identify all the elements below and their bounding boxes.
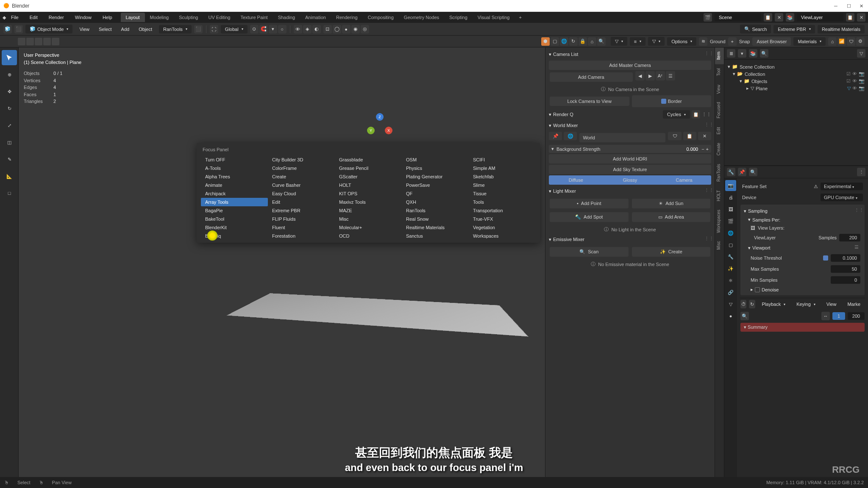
overlay-icon[interactable]: ◐	[312, 25, 321, 33]
focus-item-transportation[interactable]: Transportation	[469, 206, 536, 215]
header-menu-select[interactable]: Select	[95, 25, 116, 33]
focus-item-sanctus[interactable]: Sanctus	[402, 232, 469, 240]
focus-item-plating-generator[interactable]: Plating Generator	[402, 172, 469, 181]
denoise-toggle[interactable]: ▸	[751, 287, 753, 292]
snap-target-icon[interactable]: ▾	[269, 25, 277, 33]
prop-tab-viewlayer[interactable]: 🖼	[725, 204, 736, 215]
exclude-icon[interactable]: ☑	[846, 78, 851, 84]
menu-help[interactable]: Help	[98, 13, 117, 22]
window-maximize[interactable]: ☐	[847, 3, 852, 8]
vtab-view[interactable]: View	[715, 80, 724, 98]
focus-item-bagapie[interactable]: BagaPie	[201, 206, 268, 215]
shading-render-icon[interactable]: ◎	[361, 25, 369, 33]
focus-item-osm[interactable]: OSM	[402, 155, 469, 164]
summary-row[interactable]: ▾ Summary	[740, 323, 865, 332]
focus-item-city-builder-3d[interactable]: City Builder 3D	[268, 155, 335, 164]
drag-icon[interactable]: ⋮⋮	[704, 51, 711, 58]
view-dropdown[interactable]: ▽	[648, 37, 665, 46]
focus-item-edit[interactable]: Edit	[268, 198, 335, 206]
focus-item-simple-am[interactable]: Simple AM	[469, 164, 536, 172]
asset-browser-button[interactable]: Asset Browser	[752, 37, 791, 46]
focus-item-easy-cloud[interactable]: Easy Cloud	[268, 189, 335, 198]
focus-item-grassblade[interactable]: Grassblade	[335, 155, 402, 164]
tab-animation[interactable]: Animation	[300, 13, 331, 22]
focus-item-kit-ops[interactable]: KIT OPS	[335, 189, 402, 198]
tab-scripting[interactable]: Scripting	[444, 13, 473, 22]
extreme-pbr-dropdown[interactable]: Extreme PBR	[773, 25, 815, 33]
render-settings-icon[interactable]: 📋	[692, 110, 700, 119]
focus-item-extreme-pbr[interactable]: Extreme PBR	[268, 206, 335, 215]
add-camera-button[interactable]: Add Camera	[550, 72, 633, 82]
playback-menu[interactable]: Playback	[758, 300, 790, 308]
tool-scale[interactable]: ⤢	[2, 118, 17, 133]
exclude-icon[interactable]: ☑	[846, 71, 851, 77]
select-none-icon[interactable]	[26, 38, 34, 45]
tool-measure[interactable]: 📐	[2, 169, 17, 184]
focus-item-blenderkit[interactable]: BlenderKit	[201, 223, 268, 232]
timeline-editor-icon[interactable]: ⏱	[740, 300, 746, 308]
snap-icon[interactable]: 🧲	[259, 25, 268, 33]
overlay-search-icon[interactable]: 🔍	[597, 37, 606, 46]
rantools-menu[interactable]: RanTools	[159, 25, 192, 33]
drag-icon[interactable]: ⋮⋮	[702, 112, 711, 117]
frame-current[interactable]: 1	[832, 312, 845, 320]
overlay-sync-icon[interactable]: ↻	[569, 37, 578, 46]
prop-tab-modifier[interactable]: 🔧	[725, 251, 736, 262]
focus-item-gscatter[interactable]: GScatter	[335, 172, 402, 181]
axis-y[interactable]: Y	[367, 127, 375, 134]
min-samples-value[interactable]: 0	[831, 276, 860, 284]
header-menu-add[interactable]: Add	[117, 25, 134, 33]
add-area-button[interactable]: ▭Add Area	[632, 212, 711, 222]
render-engine-dropdown[interactable]: Cycles	[663, 110, 690, 119]
lightmixer-toggle[interactable]: ▾	[549, 189, 551, 194]
renderq-toggle[interactable]: ▾	[549, 112, 551, 117]
tab-modeling[interactable]: Modeling	[145, 13, 174, 22]
tool-rotate[interactable]: ↻	[2, 101, 17, 116]
vtab-edit[interactable]: Edit	[715, 123, 724, 139]
render-icon[interactable]: 📷	[859, 71, 865, 77]
scene-browse-icon[interactable]: 🎬	[704, 13, 712, 22]
focus-item-vegetation[interactable]: Vegetation	[469, 223, 536, 232]
focus-item-colorframe[interactable]: ColorFrame	[268, 164, 335, 172]
add-point-button[interactable]: •Add Point	[550, 199, 629, 208]
select-all-icon[interactable]	[18, 38, 25, 45]
outliner-scene-collection[interactable]: ▾📁Scene Collection	[726, 63, 866, 70]
prop-tab-material[interactable]: ●	[725, 311, 736, 322]
xray-icon[interactable]: ⊡	[323, 25, 332, 33]
outliner-display-icon[interactable]: ▾	[738, 49, 746, 58]
sampling-toggle[interactable]: ▾	[744, 208, 746, 214]
gear-icon[interactable]: ⚙	[856, 37, 865, 46]
focus-item-ocd[interactable]: OCD	[335, 232, 402, 240]
prop-tab-physics[interactable]: ⚛	[725, 275, 736, 286]
outliner-objects[interactable]: ▾📁Objects☑👁📷	[726, 78, 866, 85]
timeline-search-icon[interactable]: 🔍	[740, 312, 749, 320]
cam-prev-icon[interactable]: ◀	[635, 71, 645, 80]
shading-wire-icon[interactable]: ◯	[333, 25, 341, 33]
axis-x[interactable]: X	[385, 127, 392, 134]
tool-transform[interactable]: ◫	[2, 135, 17, 150]
render-icon[interactable]: 📷	[859, 78, 865, 84]
world-fake-icon[interactable]: 🛡	[668, 132, 681, 140]
vtab-holt[interactable]: HOLT	[715, 186, 724, 205]
tool-move[interactable]: ✥	[2, 84, 17, 99]
window-close[interactable]: ✕	[860, 3, 865, 8]
add-workspace-icon[interactable]: +	[515, 13, 525, 22]
world-copy-icon[interactable]: 📋	[683, 132, 696, 140]
timeline-sync-icon[interactable]: ↻	[749, 300, 755, 308]
timeline-range-icon[interactable]: ↔	[821, 312, 830, 320]
bg-plus-icon[interactable]: +	[706, 147, 709, 152]
eye-icon[interactable]: 👁	[852, 71, 857, 77]
focus-item-scifi[interactable]: SCIFI	[469, 155, 536, 164]
timeline-marker-menu[interactable]: Marke	[843, 300, 865, 308]
viewlayer-new-icon[interactable]: 📋	[846, 13, 854, 22]
tab-visual-scripting[interactable]: Visual Scripting	[473, 13, 515, 22]
tab-compositing[interactable]: Compositing	[363, 13, 399, 22]
cam-az-icon[interactable]: Aᶻ	[656, 71, 665, 80]
eye-icon[interactable]: 👁	[852, 78, 857, 84]
menu-render[interactable]: Render	[45, 13, 68, 22]
focus-item-realtime-materials[interactable]: Realtime Materials	[402, 223, 469, 232]
tool-cursor[interactable]: ⊕	[2, 67, 17, 82]
eye-icon[interactable]: 👁	[852, 86, 857, 91]
focus-item-grease-pencil[interactable]: Grease Pencil	[335, 164, 402, 172]
tab-sculpting[interactable]: Sculpting	[174, 13, 203, 22]
